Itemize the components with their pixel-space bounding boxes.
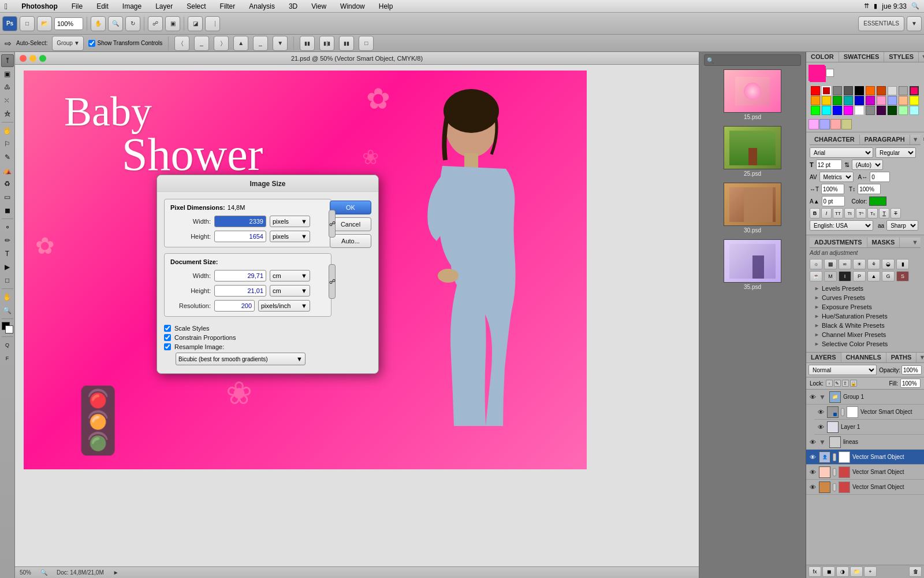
res-unit[interactable]: pixels/inch▼ bbox=[258, 300, 310, 312]
tab-adjustments[interactable]: ADJUSTMENTS bbox=[810, 238, 867, 247]
clone-tool[interactable]: ⛺ bbox=[1, 164, 14, 177]
adj-curves-btn[interactable]: ⋍ bbox=[839, 259, 851, 269]
menu-window[interactable]: Window bbox=[338, 2, 367, 11]
workspace-arrow[interactable]: ▼ bbox=[907, 16, 922, 31]
adj-levels-btn[interactable]: ▩ bbox=[824, 259, 837, 269]
layer-expand-lineas[interactable]: ▼ bbox=[819, 438, 826, 446]
transform-icon[interactable]: □ bbox=[359, 36, 374, 51]
adj-mix-btn[interactable]: M bbox=[824, 271, 837, 281]
tab-paragraph[interactable]: PARAGRAPH bbox=[860, 135, 910, 144]
menu-layer[interactable]: Layer bbox=[153, 2, 175, 11]
tab-channels[interactable]: CHANNELS bbox=[841, 353, 886, 362]
distribute-right-btn[interactable]: ▮▮ bbox=[339, 36, 354, 51]
auto-select-dropdown[interactable]: Group▼ bbox=[52, 36, 84, 51]
swatch-7[interactable] bbox=[888, 86, 897, 95]
thumbnail-35[interactable]: 35.psd bbox=[704, 239, 801, 290]
eraser-tool[interactable]: ▭ bbox=[1, 191, 14, 203]
preset-channel-mixer[interactable]: ► Channel Mixer Presets bbox=[810, 330, 921, 339]
workspace-btn[interactable]: ESSENTIALS bbox=[858, 16, 904, 31]
swatch-21[interactable] bbox=[822, 106, 831, 115]
grid-btn[interactable]: ◪ bbox=[188, 16, 203, 31]
menu-analysis[interactable]: Analysis bbox=[247, 2, 277, 11]
history-tool[interactable]: ♻ bbox=[1, 177, 14, 190]
background-color[interactable] bbox=[5, 325, 13, 334]
layer-vso3[interactable]: 👁 Vector Smart Object bbox=[806, 480, 924, 495]
res-input[interactable] bbox=[214, 300, 255, 312]
dodge-tool[interactable]: ⚬ bbox=[1, 221, 14, 234]
blend-mode-select[interactable]: Normal bbox=[808, 365, 877, 375]
italic-btn[interactable]: I bbox=[821, 208, 832, 218]
thumbnail-25[interactable]: 25.psd bbox=[704, 126, 801, 177]
menu-edit[interactable]: Edit bbox=[94, 2, 111, 11]
menu-help[interactable]: Help bbox=[377, 2, 396, 11]
swatch-25[interactable] bbox=[866, 106, 875, 115]
layer-eye-lineas[interactable]: 👁 bbox=[808, 438, 817, 446]
height-unit[interactable]: pixels▼ bbox=[270, 231, 310, 242]
align-bottom-btn[interactable]: ▼ bbox=[273, 36, 288, 51]
search-icon[interactable]: 🔍 bbox=[911, 2, 919, 10]
text-tool[interactable]: T bbox=[1, 247, 14, 260]
language-select[interactable]: English: USA bbox=[810, 220, 873, 231]
lock-all-btn[interactable]: 🔒 bbox=[850, 380, 857, 387]
swatch-ext-3[interactable] bbox=[841, 119, 852, 129]
adj-bright-btn[interactable]: ☼ bbox=[810, 259, 822, 269]
font-style-select[interactable]: Regular bbox=[875, 147, 916, 158]
constrain-checkbox[interactable] bbox=[164, 334, 171, 341]
auto-button[interactable]: Auto... bbox=[330, 234, 371, 248]
thumbnail-15[interactable]: 15.psd bbox=[704, 69, 801, 120]
lock-paint-btn[interactable]: ✎ bbox=[834, 380, 841, 387]
swatch-10[interactable] bbox=[811, 96, 820, 105]
minimize-btn[interactable] bbox=[29, 55, 36, 62]
height-input[interactable]: 1654 bbox=[214, 231, 266, 242]
show-transform-check[interactable]: Show Transform Controls bbox=[88, 40, 162, 47]
baseline-input[interactable] bbox=[822, 196, 845, 206]
swatch-3[interactable] bbox=[844, 86, 853, 95]
swatch-28[interactable] bbox=[899, 106, 908, 115]
menu-view[interactable]: View bbox=[309, 2, 329, 11]
kerning-select[interactable]: Metrics bbox=[819, 172, 854, 182]
width-input[interactable]: 2339 bbox=[214, 216, 266, 227]
new-doc-btn[interactable]: □ bbox=[20, 16, 35, 31]
char-panel-menu[interactable]: ≡ bbox=[921, 135, 924, 144]
canvas-arrow[interactable]: ► bbox=[113, 569, 119, 576]
adj-inv-btn[interactable]: I bbox=[839, 271, 851, 281]
preset-levels[interactable]: ► Levels Presets bbox=[810, 284, 921, 293]
ok-button[interactable]: OK bbox=[330, 201, 371, 214]
layer-eye-vso3[interactable]: 👁 bbox=[808, 483, 817, 491]
lasso-tool[interactable]: ♳ bbox=[1, 81, 14, 94]
adj-select-btn[interactable]: S bbox=[896, 271, 909, 281]
lock-transparent-btn[interactable]: ▫ bbox=[826, 380, 833, 387]
layer-expand-group1[interactable]: ▼ bbox=[819, 393, 826, 401]
move-tool[interactable]: ⤒ bbox=[1, 54, 14, 67]
adj-panel-arrow[interactable]: ▼ bbox=[910, 238, 921, 247]
close-btn[interactable] bbox=[20, 55, 27, 62]
resample-checkbox[interactable] bbox=[164, 343, 171, 350]
swatch-26[interactable] bbox=[877, 106, 886, 115]
scale-styles-checkbox[interactable] bbox=[164, 325, 171, 332]
adj-hue-btn[interactable]: ◒ bbox=[882, 259, 895, 269]
zoom-tool-btn[interactable]: 🔍 bbox=[108, 16, 123, 31]
char-panel-arrow[interactable]: ▼ bbox=[910, 135, 921, 144]
menu-select[interactable]: Select bbox=[184, 2, 208, 11]
screen-mode-btn2[interactable]: F bbox=[1, 352, 14, 365]
swatch-ext-0[interactable] bbox=[808, 119, 819, 129]
layer-1[interactable]: 👁 Layer 1 bbox=[814, 420, 924, 435]
apple-menu[interactable]:  bbox=[5, 2, 8, 11]
preset-hue[interactable]: ► Hue/Saturation Presets bbox=[810, 312, 921, 321]
scale-h-input[interactable] bbox=[821, 184, 844, 194]
color-bg-indicator[interactable] bbox=[826, 69, 834, 77]
preset-bw[interactable]: ► Black & White Presets bbox=[810, 321, 921, 330]
panel-collapse-arrow[interactable]: ▼ bbox=[919, 52, 924, 62]
new-layer-btn[interactable]: + bbox=[864, 566, 877, 577]
brush-tool[interactable]: ✎ bbox=[1, 151, 14, 164]
layer-eye-1[interactable]: 👁 bbox=[817, 423, 825, 431]
swatch-23[interactable] bbox=[844, 106, 853, 115]
layer-eye-vso1[interactable]: 👁 bbox=[817, 408, 825, 416]
scale-v-input[interactable] bbox=[858, 184, 881, 194]
strikethrough-btn[interactable]: T bbox=[891, 208, 901, 218]
thumbnail-search[interactable] bbox=[704, 54, 801, 66]
swatch-2[interactable] bbox=[833, 86, 842, 95]
tracking-input[interactable] bbox=[870, 172, 890, 182]
distribute-center-btn[interactable]: ▮|▮ bbox=[319, 36, 334, 51]
menu-3d[interactable]: 3D bbox=[286, 2, 300, 11]
